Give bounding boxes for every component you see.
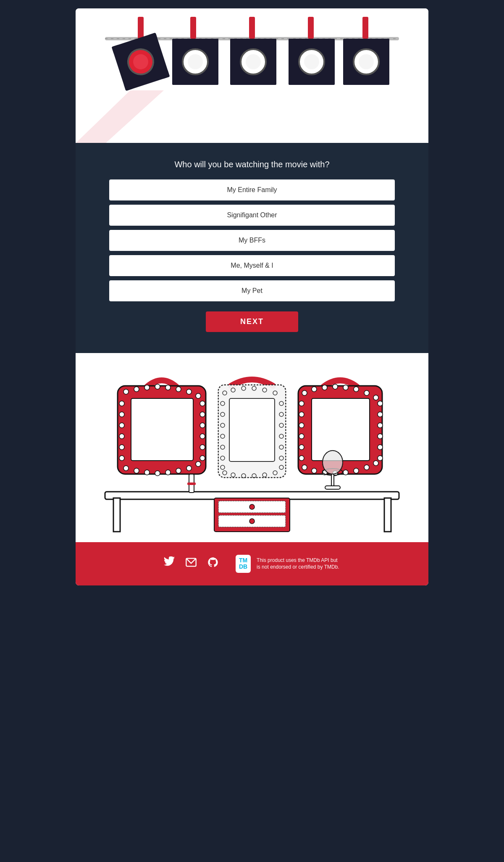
svg-point-135: [299, 445, 304, 450]
svg-point-72: [119, 434, 124, 439]
option-myself[interactable]: Me, Myself & I: [109, 255, 395, 276]
footer-text: This product uses the TMDb API but is no…: [257, 557, 341, 571]
svg-point-131: [299, 401, 304, 406]
svg-rect-23: [230, 39, 238, 85]
svg-point-138: [378, 412, 383, 417]
svg-point-68: [196, 461, 201, 467]
svg-point-34: [304, 54, 319, 69]
svg-point-64: [155, 471, 160, 476]
svg-rect-15: [172, 39, 180, 85]
github-icon[interactable]: [207, 556, 219, 571]
twitter-icon[interactable]: [163, 556, 175, 571]
email-icon[interactable]: [185, 556, 197, 571]
svg-point-69: [119, 401, 124, 406]
svg-point-132: [299, 412, 304, 417]
svg-point-57: [165, 385, 171, 390]
next-button[interactable]: NEXT: [206, 311, 298, 332]
option-family[interactable]: My Entire Family: [109, 179, 395, 200]
tmdb-badge-line2: DB: [239, 564, 247, 570]
svg-rect-16: [211, 39, 218, 85]
svg-point-55: [144, 385, 150, 390]
svg-point-66: [176, 468, 181, 473]
option-significant-other[interactable]: Signifigant Other: [109, 205, 395, 226]
svg-point-121: [364, 390, 369, 395]
footer-tmdb: TM DB This product uses the TMDb API but…: [236, 555, 341, 573]
svg-point-129: [364, 465, 369, 470]
svg-point-140: [378, 434, 383, 439]
svg-rect-31: [289, 39, 296, 85]
quiz-question: Who will you be watching the movie with?: [109, 160, 395, 169]
svg-point-142: [378, 456, 383, 461]
svg-point-141: [378, 445, 383, 450]
svg-rect-114: [312, 398, 370, 461]
svg-point-115: [302, 390, 307, 395]
svg-point-134: [299, 434, 304, 439]
svg-point-78: [200, 434, 205, 439]
svg-point-54: [134, 387, 139, 392]
svg-point-133: [299, 423, 304, 428]
spotlight-section: [76, 8, 428, 143]
svg-point-79: [200, 445, 205, 450]
spotlight-svg: [76, 8, 428, 143]
svg-rect-2: [138, 17, 144, 39]
svg-rect-44: [113, 498, 120, 532]
svg-point-59: [186, 389, 192, 394]
svg-rect-147: [325, 486, 340, 489]
svg-rect-86: [229, 398, 275, 461]
svg-rect-35: [362, 17, 368, 39]
quiz-options: My Entire Family Signifigant Other My BF…: [109, 179, 395, 301]
svg-point-80: [200, 456, 205, 461]
svg-point-75: [200, 401, 205, 406]
svg-point-139: [378, 423, 383, 428]
svg-rect-39: [343, 39, 351, 85]
svg-rect-82: [187, 482, 196, 485]
svg-point-61: [123, 466, 129, 471]
svg-point-130: [373, 461, 378, 466]
svg-point-127: [343, 470, 348, 475]
svg-rect-40: [382, 39, 389, 85]
vanity-section: [76, 353, 428, 542]
svg-point-53: [123, 389, 129, 394]
svg-rect-52: [131, 398, 193, 461]
svg-point-120: [354, 387, 359, 392]
svg-point-77: [200, 423, 205, 428]
svg-point-42: [359, 54, 374, 69]
svg-point-26: [246, 54, 261, 69]
svg-point-63: [144, 470, 150, 475]
svg-point-50: [249, 519, 255, 524]
option-pet[interactable]: My Pet: [109, 280, 395, 301]
svg-point-56: [155, 384, 160, 389]
svg-point-60: [196, 393, 201, 398]
svg-point-118: [333, 384, 338, 389]
svg-point-122: [373, 395, 378, 400]
svg-point-137: [378, 401, 383, 406]
svg-point-62: [134, 468, 139, 473]
svg-point-71: [119, 423, 124, 428]
svg-point-124: [312, 468, 317, 473]
svg-point-67: [186, 466, 192, 471]
option-bffs[interactable]: My BFFs: [109, 230, 395, 251]
svg-point-65: [165, 470, 171, 475]
tmdb-badge-line1: TM: [239, 557, 247, 564]
svg-rect-146: [331, 474, 334, 487]
footer-icons: [163, 556, 219, 571]
svg-point-74: [119, 456, 124, 461]
svg-rect-45: [384, 498, 391, 532]
tmdb-badge: TM DB: [236, 555, 251, 573]
svg-marker-10: [76, 90, 164, 143]
svg-rect-11: [190, 17, 196, 39]
svg-point-48: [249, 504, 255, 509]
footer: TM DB This product uses the TMDb API but…: [76, 542, 428, 585]
vanity-svg: [92, 370, 412, 534]
page-wrapper: Who will you be watching the movie with?…: [76, 8, 428, 585]
svg-point-76: [200, 412, 205, 417]
svg-rect-32: [327, 39, 335, 85]
svg-point-119: [343, 385, 348, 390]
svg-point-18: [188, 54, 203, 69]
svg-point-144: [323, 451, 343, 474]
svg-point-136: [299, 456, 304, 461]
quiz-section: Who will you be watching the movie with?…: [76, 143, 428, 353]
svg-point-128: [354, 468, 359, 473]
svg-rect-24: [269, 39, 276, 85]
svg-point-117: [322, 385, 327, 390]
